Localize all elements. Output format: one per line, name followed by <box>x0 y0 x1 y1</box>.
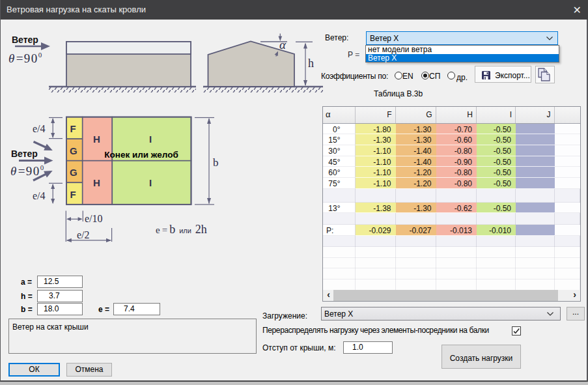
svg-text:H: H <box>93 177 100 188</box>
svg-text:Конек или желоб: Конек или желоб <box>104 150 178 160</box>
svg-text:θ=900: θ=900 <box>8 51 43 65</box>
svg-text:e/10: e/10 <box>85 213 103 224</box>
svg-text:F: F <box>70 189 76 200</box>
svg-text:e/4: e/4 <box>33 190 46 201</box>
svg-text:G: G <box>70 167 77 178</box>
svg-text:α: α <box>279 38 287 51</box>
svg-text:h: h <box>308 57 314 70</box>
svg-text:Ветер: Ветер <box>12 35 38 45</box>
svg-text:e=bили2h: e=bили2h <box>156 223 207 236</box>
svg-text:Ветер: Ветер <box>11 149 38 159</box>
svg-text:e/2: e/2 <box>77 229 90 240</box>
svg-text:F: F <box>70 123 76 134</box>
svg-text:b: b <box>213 156 219 169</box>
svg-text:I: I <box>149 134 152 145</box>
svg-text:H: H <box>93 134 100 145</box>
svg-text:θ=900: θ=900 <box>10 164 45 178</box>
svg-text:I: I <box>149 177 152 188</box>
svg-text:e/4: e/4 <box>33 123 46 134</box>
svg-text:G: G <box>70 145 77 156</box>
